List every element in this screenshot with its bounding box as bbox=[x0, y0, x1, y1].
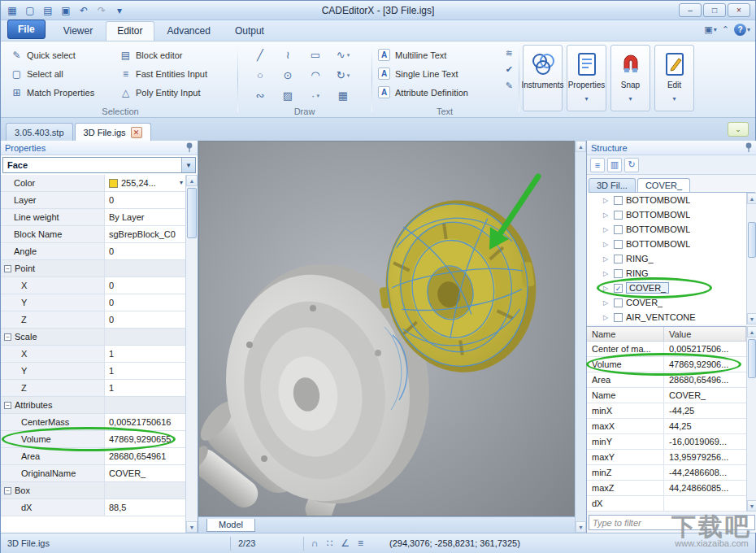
toolbar-icon[interactable]: ▣ bbox=[59, 3, 73, 18]
ribbon-button[interactable]: AAttribute Definition bbox=[378, 83, 468, 102]
text-side-icon[interactable]: ≋ bbox=[506, 48, 513, 59]
column-header-value[interactable]: Value bbox=[664, 327, 746, 341]
properties-button[interactable]: Properties bbox=[567, 45, 606, 111]
property-row[interactable]: Y 0 bbox=[1, 294, 185, 311]
table-row[interactable]: minZ -44,2486608... bbox=[587, 465, 746, 481]
draw-tool-icon[interactable]: ≀ bbox=[274, 45, 302, 65]
minimize-ribbon-icon[interactable]: ⌃ bbox=[722, 24, 729, 35]
edit-button[interactable]: Edit bbox=[654, 45, 694, 111]
checkbox[interactable] bbox=[614, 298, 623, 307]
table-row[interactable]: Volume 47869,92906... bbox=[587, 357, 746, 372]
tree-item[interactable]: RING_ bbox=[587, 266, 746, 281]
toolbar-icon[interactable]: ▾ bbox=[112, 3, 127, 18]
property-row[interactable]: Block Name sgBrepBlock_C0 bbox=[1, 226, 185, 243]
table-row[interactable]: maxY 13,95979256... bbox=[587, 450, 746, 465]
toolbar-icon[interactable]: ▢ bbox=[23, 3, 37, 18]
text-side-icon[interactable]: ✔ bbox=[506, 64, 513, 75]
property-row[interactable]: Angle 0 bbox=[1, 243, 185, 260]
ribbon-tab[interactable]: Viewer bbox=[52, 21, 104, 41]
property-row[interactable]: Volume 47869,9290655 bbox=[1, 431, 185, 448]
checkbox[interactable] bbox=[614, 225, 623, 234]
document-tab[interactable]: 3D File.igs ✕ bbox=[75, 123, 151, 141]
draw-tool-icon[interactable]: · bbox=[302, 85, 329, 106]
draw-tool-icon[interactable]: ∾ bbox=[246, 85, 274, 106]
property-row[interactable]: Layer 0 bbox=[1, 192, 185, 209]
structure-toolbar-icon[interactable]: ↻ bbox=[624, 158, 639, 172]
tree-item[interactable]: BOTTOMBOWL bbox=[587, 193, 746, 207]
tree-item[interactable]: COVER_ bbox=[587, 295, 746, 310]
expander-icon[interactable] bbox=[603, 226, 610, 233]
property-row[interactable]: CenterMass 0,00521750616 bbox=[1, 414, 185, 431]
object-type-select[interactable]: Face ▼ bbox=[2, 157, 196, 173]
statusbar-toggle-icon[interactable]: ∠ bbox=[341, 538, 350, 548]
close-tab-icon[interactable]: ✕ bbox=[131, 127, 142, 138]
ribbon-button[interactable]: ✎Quick select bbox=[11, 46, 94, 64]
window-control-button[interactable]: □ bbox=[703, 3, 726, 17]
table-row[interactable]: Name COVER_ bbox=[587, 388, 746, 403]
collapse-panel-button[interactable]: ⌄ bbox=[728, 122, 749, 137]
instruments-button[interactable]: Instruments bbox=[523, 45, 563, 111]
statusbar-toggle-icon[interactable]: ∷ bbox=[327, 538, 333, 548]
table-row[interactable]: Center of ma... 0,005217506... bbox=[587, 342, 746, 357]
checkbox[interactable] bbox=[614, 269, 623, 278]
property-row[interactable]: Color 255,24... bbox=[1, 175, 185, 192]
scrollbar-thumb[interactable] bbox=[187, 188, 197, 238]
tree-item[interactable]: BOTTOMBOWL bbox=[587, 237, 746, 251]
tree-item[interactable]: BOTTOMBOWL bbox=[587, 207, 746, 222]
scroll-up-icon[interactable]: ▲ bbox=[186, 175, 198, 186]
checkbox[interactable] bbox=[614, 211, 623, 220]
checkbox[interactable] bbox=[614, 196, 623, 205]
tree-item[interactable]: BOTTOMBOWL bbox=[587, 222, 746, 237]
property-row[interactable]: Y 1 bbox=[1, 363, 185, 380]
draw-tool-icon[interactable]: ▭ bbox=[302, 45, 329, 65]
tree-item[interactable]: AIR_VENTCONE bbox=[587, 310, 746, 324]
draw-tool-icon[interactable]: ∿ bbox=[329, 45, 357, 65]
scroll-up-icon[interactable]: ▲ bbox=[576, 141, 586, 152]
table-row[interactable]: maxZ 44,24866085... bbox=[587, 481, 746, 496]
table-row[interactable]: minY -16,0019069... bbox=[587, 434, 746, 450]
tree-item[interactable]: COVER_ bbox=[587, 281, 746, 295]
pin-icon[interactable] bbox=[185, 142, 193, 154]
scroll-down-icon[interactable]: ▼ bbox=[747, 500, 756, 512]
property-row[interactable]: Scale bbox=[1, 329, 185, 346]
chevron-down-icon[interactable]: ▼ bbox=[181, 158, 195, 172]
table-scrollbar[interactable]: ▲ ▼ bbox=[746, 326, 756, 512]
ribbon-tab[interactable]: File bbox=[7, 20, 46, 39]
checkbox[interactable] bbox=[614, 240, 623, 249]
properties-scrollbar[interactable]: ▲ ▼ bbox=[185, 175, 198, 533]
property-row[interactable]: OriginalName COVER_ bbox=[1, 465, 185, 482]
checkbox[interactable] bbox=[614, 313, 623, 322]
ribbon-button[interactable]: AMultiline Text bbox=[378, 46, 468, 64]
draw-tool-icon[interactable]: ⊙ bbox=[274, 65, 302, 85]
checkbox[interactable] bbox=[614, 284, 623, 293]
expander-icon[interactable] bbox=[603, 314, 610, 321]
toolbar-icon[interactable]: ↷ bbox=[94, 3, 109, 18]
scroll-down-icon[interactable]: ▼ bbox=[186, 521, 198, 533]
property-row[interactable]: X 1 bbox=[1, 346, 185, 363]
expander-icon[interactable] bbox=[603, 197, 610, 204]
expander-icon[interactable] bbox=[603, 285, 610, 292]
statusbar-toggle-icon[interactable]: ≡ bbox=[358, 538, 363, 548]
scroll-down-icon[interactable]: ▼ bbox=[576, 521, 586, 533]
property-row[interactable]: Z 0 bbox=[1, 311, 185, 329]
structure-tab[interactable]: 3D Fil... bbox=[589, 178, 636, 192]
ribbon-button[interactable]: ASingle Line Text bbox=[378, 64, 468, 83]
ribbon-tab[interactable]: Output bbox=[224, 21, 276, 41]
tree-scrollbar[interactable]: ▲ ▼ bbox=[746, 193, 756, 324]
viewport-3d[interactable] bbox=[198, 141, 575, 516]
expander-icon[interactable] bbox=[603, 299, 610, 307]
property-row[interactable]: Line weight By Layer bbox=[1, 209, 185, 226]
column-header-name[interactable]: Name bbox=[587, 327, 664, 341]
draw-tool-icon[interactable]: ▨ bbox=[274, 85, 302, 106]
filter-input[interactable] bbox=[589, 515, 755, 530]
ribbon-button[interactable]: ⊞Match Properties bbox=[11, 83, 94, 102]
draw-tool-icon[interactable]: ↻ bbox=[329, 65, 357, 85]
property-row[interactable]: Area 28680,654961 bbox=[1, 448, 185, 465]
snap-button[interactable]: Snap bbox=[610, 45, 650, 111]
scroll-up-icon[interactable]: ▲ bbox=[747, 326, 756, 337]
expander-icon[interactable] bbox=[603, 241, 610, 248]
scrollbar-thumb[interactable] bbox=[748, 222, 756, 258]
toolbar-icon[interactable]: ▦ bbox=[5, 3, 20, 18]
pin-icon[interactable] bbox=[745, 142, 753, 154]
collapse-group-icon[interactable] bbox=[4, 265, 11, 272]
